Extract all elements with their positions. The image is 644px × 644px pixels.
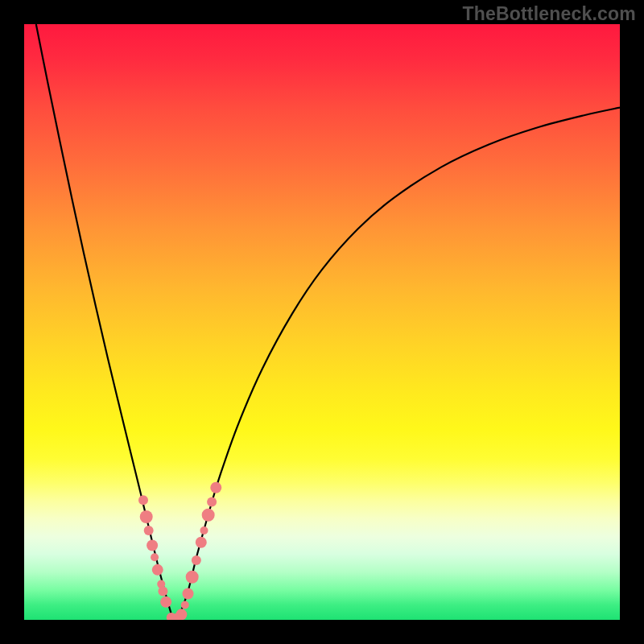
data-point (181, 601, 189, 609)
data-point (210, 482, 221, 493)
data-point (186, 571, 199, 584)
data-point (160, 597, 171, 608)
data-point (140, 510, 153, 523)
plot-area (24, 24, 620, 620)
data-point (207, 497, 217, 506)
data-point (151, 553, 159, 561)
chart-svg (24, 24, 620, 620)
data-point (144, 526, 154, 535)
data-point (158, 586, 167, 596)
data-point (200, 526, 208, 535)
data-point (183, 588, 194, 599)
curve-right-branch (173, 108, 620, 620)
data-point (196, 537, 207, 548)
data-point (152, 564, 163, 576)
watermark-text: TheBottleneck.com (462, 3, 636, 25)
data-point (138, 495, 148, 505)
data-point (202, 509, 215, 522)
data-point (175, 609, 187, 620)
dot-group (138, 482, 221, 620)
data-point (147, 540, 158, 551)
chart-frame: TheBottleneck.com (0, 0, 644, 644)
data-point (192, 555, 201, 565)
curve-group (36, 24, 620, 620)
